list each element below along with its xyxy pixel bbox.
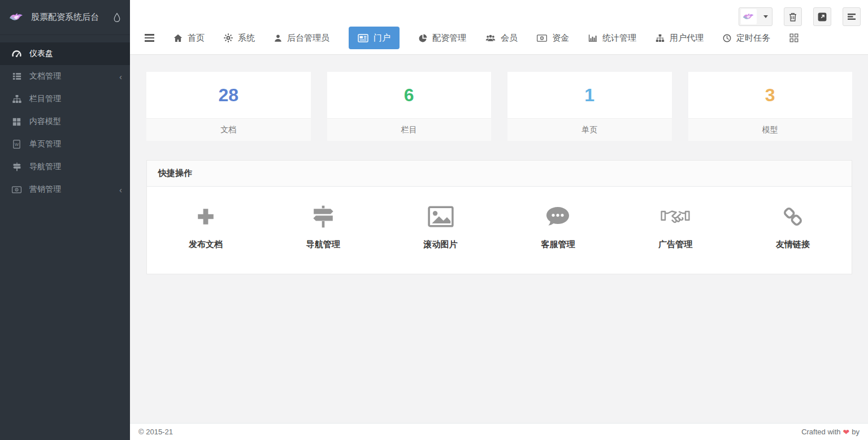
tab-scheduled-tasks[interactable]: 定时任务 xyxy=(723,27,770,49)
panel-title: 快捷操作 xyxy=(147,161,852,187)
quick-action-customer-service[interactable]: 客服管理 xyxy=(499,204,617,250)
quick-action-advertising[interactable]: 广告管理 xyxy=(617,204,734,250)
sidebar-item-dashboard[interactable]: 仪表盘 xyxy=(0,42,130,65)
sidebar-item-label: 营销管理 xyxy=(29,184,61,195)
footer-credit: Crafted with ❤ by xyxy=(801,428,860,437)
tab-funds[interactable]: 资金 xyxy=(537,27,569,49)
gear-icon xyxy=(224,33,233,42)
pie-chart-icon xyxy=(419,34,427,42)
comment-icon xyxy=(545,204,570,230)
grid-menu-icon[interactable] xyxy=(789,33,798,42)
image-icon xyxy=(428,204,454,230)
newspaper-icon xyxy=(358,34,368,42)
stat-label: 模型 xyxy=(688,118,853,141)
stat-card-documents: 28 文档 xyxy=(146,72,311,141)
chevron-left-icon: ‹ xyxy=(119,186,122,194)
sidebar-item-columns[interactable]: 栏目管理 xyxy=(0,88,130,110)
quick-action-label: 客服管理 xyxy=(541,239,575,250)
quick-action-label: 广告管理 xyxy=(658,239,692,250)
sidebar-menu: 仪表盘 文档管理 ‹ 栏目管理 内容模型 W 单页管理 xyxy=(0,42,130,201)
quick-action-publish-document[interactable]: 发布文档 xyxy=(147,204,264,250)
top-bar: 首页 系统 后台管理员 门户 xyxy=(130,0,868,55)
sidebar-item-label: 仪表盘 xyxy=(29,49,53,59)
heart-icon: ❤ xyxy=(843,428,850,437)
sidebar-item-label: 文档管理 xyxy=(29,71,61,81)
dashboard-content: 28 文档 6 栏目 1 单页 3 模型 快捷操作 xyxy=(130,55,868,423)
main-column: 首页 系统 后台管理员 门户 xyxy=(130,0,868,440)
list-icon xyxy=(11,72,22,81)
stat-label: 单页 xyxy=(507,118,672,141)
quick-action-label: 友情链接 xyxy=(776,239,810,250)
sidebar-item-label: 内容模型 xyxy=(29,117,61,127)
quick-action-navigation[interactable]: 导航管理 xyxy=(264,204,382,250)
quick-actions-panel: 快捷操作 发布文档 导航管理 xyxy=(146,160,852,274)
tab-label: 会员 xyxy=(501,33,518,44)
tab-label: 配资管理 xyxy=(432,33,466,44)
stat-card-columns: 6 栏目 xyxy=(327,72,492,141)
credit-prefix: Crafted with xyxy=(801,428,840,436)
quick-action-slideshow-images[interactable]: 滚动图片 xyxy=(382,204,500,250)
sidebar-item-documents[interactable]: 文档管理 ‹ xyxy=(0,65,130,88)
sitemap-icon xyxy=(11,94,22,103)
tab-members[interactable]: 会员 xyxy=(485,27,518,49)
money-icon xyxy=(537,34,547,42)
sidebar-item-content-models[interactable]: 内容模型 xyxy=(0,110,130,133)
tab-label: 首页 xyxy=(188,33,205,44)
chevron-left-icon: ‹ xyxy=(119,72,122,81)
signpost-icon xyxy=(11,162,22,171)
stat-value: 1 xyxy=(507,72,672,118)
sidebar: 股票配资系统后台 仪表盘 文档管理 ‹ 栏目管理 xyxy=(0,0,130,440)
caret-down-icon xyxy=(763,15,768,18)
sidebar-item-label: 栏目管理 xyxy=(29,94,61,104)
stat-label: 文档 xyxy=(146,118,311,141)
tab-user-agents[interactable]: 用户代理 xyxy=(656,27,704,49)
tab-label: 定时任务 xyxy=(736,33,770,44)
bird-logo-icon xyxy=(9,11,24,24)
tab-financing[interactable]: 配资管理 xyxy=(419,27,466,49)
sidebar-item-navigation[interactable]: 导航管理 xyxy=(0,156,130,178)
stat-value: 3 xyxy=(688,72,853,118)
tab-label: 统计管理 xyxy=(602,33,636,44)
stat-label: 栏目 xyxy=(327,118,492,141)
quick-action-label: 导航管理 xyxy=(306,239,340,250)
menu-list-icon xyxy=(847,13,856,20)
quick-action-label: 发布文档 xyxy=(189,239,223,250)
tab-label: 门户 xyxy=(374,33,390,44)
tab-admins[interactable]: 后台管理员 xyxy=(274,27,329,49)
quick-action-friendly-links[interactable]: 友情链接 xyxy=(734,204,852,250)
th-large-icon xyxy=(11,118,22,126)
top-nav: 首页 系统 后台管理员 门户 xyxy=(130,21,868,54)
quick-actions-grid: 发布文档 导航管理 滚动图片 xyxy=(147,187,852,274)
external-link-icon xyxy=(818,12,827,21)
tab-label: 后台管理员 xyxy=(287,33,329,44)
tab-label: 用户代理 xyxy=(670,33,704,44)
stat-cards-row: 28 文档 6 栏目 1 单页 3 模型 xyxy=(146,72,852,141)
user-icon xyxy=(274,34,282,42)
tab-portal[interactable]: 门户 xyxy=(349,27,400,49)
sitemap-icon xyxy=(656,34,665,42)
handshake-icon xyxy=(661,204,690,230)
tab-label: 系统 xyxy=(238,33,255,44)
tab-home[interactable]: 首页 xyxy=(173,27,205,49)
stat-card-single-pages: 1 单页 xyxy=(507,72,672,141)
stat-value: 28 xyxy=(146,72,311,118)
tab-statistics[interactable]: 统计管理 xyxy=(588,27,636,49)
clock-icon xyxy=(723,34,731,42)
dashboard-icon xyxy=(11,49,22,59)
sidebar-item-marketing[interactable]: 营销管理 ‹ xyxy=(0,178,130,201)
users-icon xyxy=(485,34,496,42)
droplet-icon[interactable] xyxy=(113,12,121,23)
sidebar-item-label: 导航管理 xyxy=(29,162,61,172)
tab-system[interactable]: 系统 xyxy=(224,27,255,49)
money-icon xyxy=(11,186,22,193)
home-icon xyxy=(173,34,183,42)
svg-text:W: W xyxy=(15,142,19,147)
sidebar-item-single-pages[interactable]: W 单页管理 xyxy=(0,133,130,156)
plus-icon xyxy=(195,204,216,230)
hamburger-icon[interactable] xyxy=(145,34,154,42)
footer: © 2015-21 Crafted with ❤ by xyxy=(130,423,868,440)
file-word-icon: W xyxy=(11,140,22,149)
tab-label: 资金 xyxy=(552,33,569,44)
app-title: 股票配资系统后台 xyxy=(31,12,113,23)
sidebar-header: 股票配资系统后台 xyxy=(0,0,130,35)
